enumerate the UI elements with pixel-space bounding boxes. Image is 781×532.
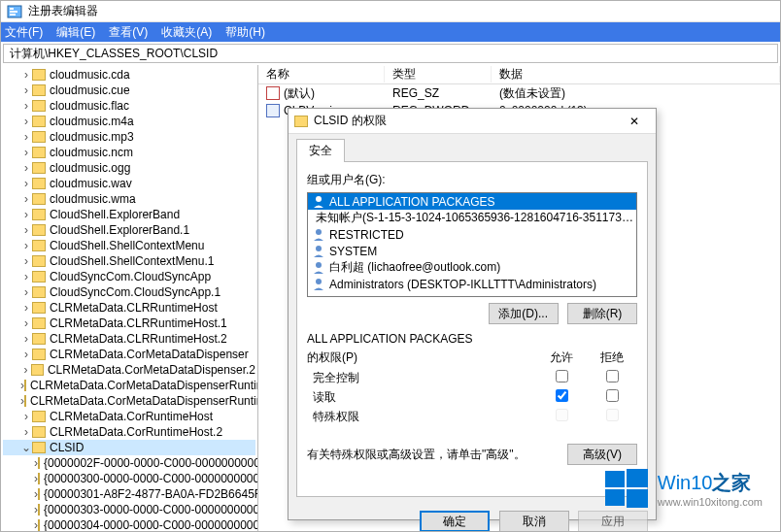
col-name[interactable]: 名称 bbox=[258, 66, 385, 83]
user-row[interactable]: Administrators (DESKTOP-IKLLTTT\Administ… bbox=[308, 276, 636, 292]
expand-icon[interactable]: › bbox=[20, 332, 32, 346]
tree-item[interactable]: ›{00000303-0000-0000-C000-000000000046} bbox=[3, 502, 255, 517]
address-bar[interactable]: 计算机\HKEY_CLASSES_ROOT\CLSID bbox=[3, 44, 778, 63]
menu-edit[interactable]: 编辑(E) bbox=[56, 24, 95, 41]
tree-item[interactable]: ›CloudShell.ShellContextMenu bbox=[3, 238, 255, 253]
menu-view[interactable]: 查看(V) bbox=[109, 24, 148, 41]
expand-icon[interactable]: › bbox=[20, 83, 32, 97]
menu-help[interactable]: 帮助(H) bbox=[225, 24, 265, 41]
tree-item[interactable]: ›CLRMetaData.CorRuntimeHost bbox=[3, 409, 255, 424]
tree-item[interactable]: ›CLRMetaData.CLRRuntimeHost bbox=[3, 300, 255, 316]
expand-icon[interactable]: › bbox=[20, 301, 32, 315]
expand-icon[interactable]: › bbox=[20, 425, 32, 439]
tree-item-label: {00000300-0000-0000-C000-000000000046} bbox=[44, 472, 258, 485]
tree-item-label: {00000304-0000-0000-C000-000000000046} bbox=[44, 518, 258, 531]
tree-item-label: CLRMetaData.CorMetaDataDispenser.2 bbox=[48, 363, 255, 377]
tree-item[interactable]: ›{0000002F-0000-0000-C000-000000000046} bbox=[3, 455, 255, 471]
deny-checkbox[interactable] bbox=[606, 389, 619, 402]
tree-item[interactable]: ›cloudmusic.m4a bbox=[3, 114, 255, 129]
expand-icon[interactable]: › bbox=[20, 410, 32, 423]
tree-item[interactable]: ›cloudmusic.cda bbox=[3, 67, 255, 83]
expand-icon[interactable]: › bbox=[20, 146, 32, 159]
folder-icon bbox=[32, 271, 46, 283]
folder-icon bbox=[32, 100, 46, 112]
col-data[interactable]: 数据 bbox=[492, 66, 780, 83]
tree-item[interactable]: ›CloudShell.ExplorerBand bbox=[3, 207, 255, 222]
tree-item-label: CloudShell.ExplorerBand.1 bbox=[50, 223, 189, 237]
value-data: (数值未设置) bbox=[492, 85, 780, 102]
cancel-button[interactable]: 取消 bbox=[499, 511, 569, 532]
user-row[interactable]: SYSTEM bbox=[308, 243, 636, 259]
expand-icon[interactable]: › bbox=[20, 68, 32, 82]
tree-item[interactable]: ›cloudmusic.cue bbox=[3, 83, 255, 98]
expand-icon[interactable]: › bbox=[20, 115, 32, 128]
value-icon bbox=[266, 104, 280, 117]
tree-item[interactable]: ›cloudmusic.mp3 bbox=[3, 129, 255, 145]
menu-file[interactable]: 文件(F) bbox=[5, 24, 43, 41]
expand-icon[interactable]: › bbox=[20, 208, 32, 221]
tree-item[interactable]: ›CLRMetaData.CorMetaDataDispenser.2 bbox=[3, 362, 255, 378]
expand-icon[interactable]: › bbox=[20, 161, 32, 175]
expand-icon[interactable]: › bbox=[20, 316, 32, 330]
tree-item[interactable]: ›cloudmusic.ogg bbox=[3, 160, 255, 176]
user-list[interactable]: ALL APPLICATION PACKAGES未知帐户(S-1-15-3-10… bbox=[307, 192, 637, 297]
expand-icon[interactable]: › bbox=[20, 223, 32, 237]
expand-icon[interactable]: › bbox=[20, 285, 32, 299]
tree-item-label: {00000301-A8F2-4877-BA0A-FD2B6645FB94} bbox=[44, 487, 258, 501]
allow-checkbox[interactable] bbox=[556, 370, 568, 382]
tree-item[interactable]: ›CLRMetaData.CLRRuntimeHost.2 bbox=[3, 331, 255, 347]
tree-item[interactable]: ›CloudShell.ShellContextMenu.1 bbox=[3, 253, 255, 269]
tree-item-label: cloudmusic.mp3 bbox=[50, 130, 134, 144]
user-row[interactable]: RESTRICTED bbox=[308, 226, 636, 243]
expand-icon[interactable]: › bbox=[20, 239, 32, 252]
deny-checkbox[interactable] bbox=[606, 370, 619, 382]
tree-item[interactable]: ›cloudmusic.flac bbox=[3, 98, 255, 114]
close-button[interactable]: ✕ bbox=[619, 111, 650, 132]
tree-item[interactable]: ›{00000301-A8F2-4877-BA0A-FD2B6645FB94} bbox=[3, 486, 255, 502]
expand-icon[interactable]: › bbox=[20, 177, 32, 190]
tree-item[interactable]: ›{00000300-0000-0000-C000-000000000046} bbox=[3, 471, 255, 486]
tree-item[interactable]: ›CLRMetaData.CorMetaDataDispenser bbox=[3, 347, 255, 362]
tree-pane[interactable]: ›cloudmusic.cda›cloudmusic.cue›cloudmusi… bbox=[1, 65, 258, 531]
tree-item[interactable]: ›CloudSyncCom.CloudSyncApp bbox=[3, 269, 255, 284]
add-button[interactable]: 添加(D)... bbox=[489, 303, 559, 324]
tree-item-label: cloudmusic.cue bbox=[50, 83, 130, 97]
allow-checkbox[interactable] bbox=[556, 409, 568, 421]
expand-icon[interactable]: › bbox=[20, 192, 32, 206]
col-type[interactable]: 类型 bbox=[385, 66, 492, 83]
tab-security[interactable]: 安全 bbox=[296, 139, 345, 162]
tree-item[interactable]: ›CLRMetaData.CorMetaDataDispenserRuntime bbox=[3, 393, 255, 409]
tree-item[interactable]: ›CLRMetaData.CLRRuntimeHost.1 bbox=[3, 316, 255, 331]
svg-rect-3 bbox=[10, 14, 16, 16]
tab-body: 组或用户名(G): ALL APPLICATION PACKAGES未知帐户(S… bbox=[296, 161, 648, 497]
tree-item[interactable]: ›cloudmusic.wav bbox=[3, 176, 255, 191]
tree-item[interactable]: ›cloudmusic.wma bbox=[3, 191, 255, 207]
tree-item[interactable]: ›CLRMetaData.CorMetaDataDispenserRuntime bbox=[3, 378, 255, 393]
tree-item[interactable]: ›CloudShell.ExplorerBand.1 bbox=[3, 222, 255, 238]
allow-checkbox[interactable] bbox=[556, 389, 568, 402]
advanced-button[interactable]: 高级(V) bbox=[567, 444, 637, 465]
deny-checkbox[interactable] bbox=[606, 409, 619, 421]
tree-item[interactable]: ›CLRMetaData.CorRuntimeHost.2 bbox=[3, 424, 255, 440]
menu-favorites[interactable]: 收藏夹(A) bbox=[161, 24, 212, 41]
expand-icon[interactable]: › bbox=[20, 348, 32, 361]
expand-icon[interactable]: › bbox=[20, 363, 31, 377]
expand-icon[interactable]: › bbox=[20, 99, 32, 113]
collapse-icon[interactable]: ⌄ bbox=[20, 441, 32, 454]
tree-item[interactable]: ›cloudmusic.ncm bbox=[3, 145, 255, 160]
tree-item[interactable]: ›CloudSyncCom.CloudSyncApp.1 bbox=[3, 284, 255, 300]
user-row[interactable]: 未知帐户(S-1-15-3-1024-1065365936-1281604716… bbox=[308, 210, 636, 226]
remove-button[interactable]: 删除(R) bbox=[567, 303, 637, 324]
apply-button[interactable]: 应用 bbox=[578, 511, 648, 532]
user-row[interactable]: 白利超 (lichaofree@outlook.com) bbox=[308, 259, 636, 276]
user-icon bbox=[312, 245, 325, 258]
ok-button[interactable]: 确定 bbox=[420, 511, 490, 532]
expand-icon[interactable]: › bbox=[20, 130, 32, 144]
tree-item[interactable]: ›{00000304-0000-0000-C000-000000000046} bbox=[3, 517, 255, 531]
user-icon bbox=[312, 228, 325, 242]
expand-icon[interactable]: › bbox=[20, 254, 32, 268]
user-row[interactable]: ALL APPLICATION PACKAGES bbox=[308, 193, 636, 210]
list-row[interactable]: (默认)REG_SZ(数值未设置) bbox=[258, 84, 780, 102]
expand-icon[interactable]: › bbox=[20, 270, 32, 283]
tree-item-selected[interactable]: ⌄CLSID bbox=[3, 440, 255, 455]
